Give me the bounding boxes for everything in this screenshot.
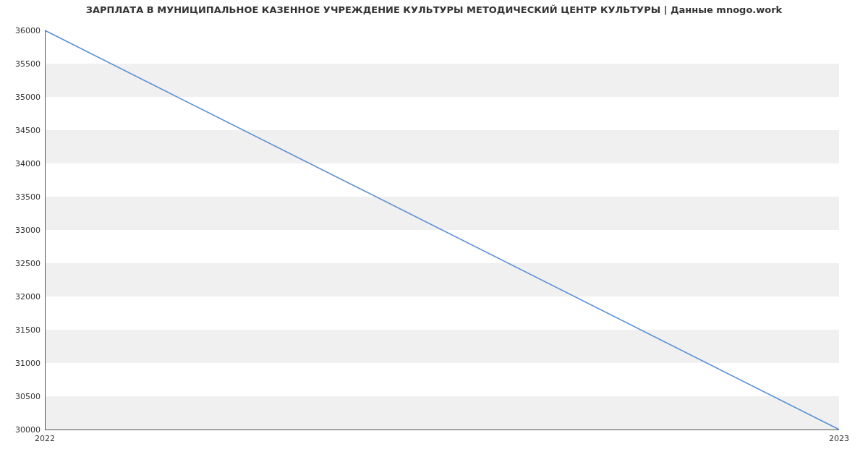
chart-title: ЗАРПЛАТА В МУНИЦИПАЛЬНОЕ КАЗЕННОЕ УЧРЕЖД… xyxy=(0,4,868,15)
y-tick-label: 31500 xyxy=(15,325,41,335)
x-tick-label: 2023 xyxy=(829,434,849,443)
y-tick-label: 33000 xyxy=(15,226,41,235)
y-tick-label: 36000 xyxy=(15,26,41,35)
line-series xyxy=(45,30,839,430)
y-tick-label: 30000 xyxy=(15,425,41,435)
y-tick-label: 33500 xyxy=(15,192,41,202)
y-tick-label: 35000 xyxy=(15,93,41,102)
y-tick-label: 32500 xyxy=(15,259,41,268)
plot-area: 3000030500310003150032000325003300033500… xyxy=(45,30,839,430)
y-tick-label: 35500 xyxy=(15,59,41,69)
data-line xyxy=(45,30,839,430)
y-tick-label: 30500 xyxy=(15,392,41,401)
y-tick-label: 32000 xyxy=(15,292,41,302)
x-tick-label: 2022 xyxy=(35,434,55,443)
y-tick-label: 34000 xyxy=(15,159,41,168)
y-tick-label: 31000 xyxy=(15,359,41,368)
chart-container: ЗАРПЛАТА В МУНИЦИПАЛЬНОЕ КАЗЕННОЕ УЧРЕЖД… xyxy=(0,0,868,470)
y-tick-label: 34500 xyxy=(15,126,41,135)
